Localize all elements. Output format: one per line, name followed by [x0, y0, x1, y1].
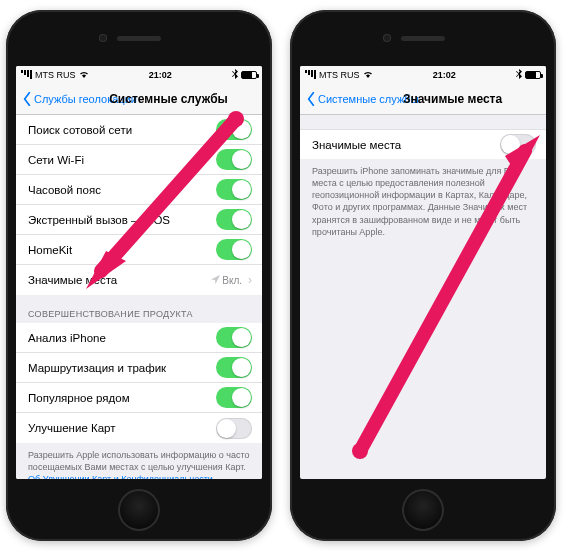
row-routing-traffic[interactable]: Маршрутизация и трафик [16, 353, 262, 383]
carrier-label: MTS RUS [319, 70, 360, 80]
wifi-icon [79, 70, 89, 80]
front-camera [99, 34, 107, 42]
row-homekit[interactable]: HomeKit [16, 235, 262, 265]
speaker-slot [401, 36, 445, 41]
clock-label: 21:02 [149, 70, 172, 80]
signal-icon [305, 70, 316, 79]
svg-point-5 [352, 443, 368, 459]
nav-title: Значимые места [403, 92, 502, 106]
toggle-switch[interactable] [216, 149, 252, 170]
bluetooth-icon [232, 69, 238, 81]
row-label: Популярное рядом [28, 392, 216, 404]
row-wifi-networks[interactable]: Сети Wi-Fi [16, 145, 262, 175]
nav-bar: Системные службы Значимые места [300, 83, 546, 115]
row-emergency-sos[interactable]: Экстренный вызов — SOS [16, 205, 262, 235]
toggle-switch[interactable] [216, 418, 252, 439]
list-group: Значимые места [300, 129, 546, 159]
row-label: Сети Wi-Fi [28, 154, 216, 166]
phone-frame-left: MTS RUS 21:02 Службы геолокации Системны… [6, 10, 272, 541]
footer-note: Разрешить iPhone запоминать значимые для… [300, 159, 546, 246]
home-button[interactable] [402, 489, 444, 531]
row-label: Маршрутизация и трафик [28, 362, 216, 374]
chevron-left-icon [22, 92, 32, 106]
back-button[interactable]: Системные службы [306, 92, 419, 106]
screen-right: MTS RUS 21:02 Системные службы Значимые … [300, 66, 546, 479]
phone-frame-right: MTS RUS 21:02 Системные службы Значимые … [290, 10, 556, 541]
battery-icon [241, 71, 257, 79]
row-significant-locations-toggle[interactable]: Значимые места [300, 129, 546, 159]
status-bar: MTS RUS 21:02 [16, 66, 262, 83]
bluetooth-icon [516, 69, 522, 81]
list-group-2: Анализ iPhone Маршрутизация и трафик Поп… [16, 323, 262, 443]
section-header-improvement: СОВЕРШЕНСТВОВАНИЕ ПРОДУКТА [16, 295, 262, 323]
spacer [300, 115, 546, 129]
speaker-slot [117, 36, 161, 41]
front-camera [383, 34, 391, 42]
row-time-zone[interactable]: Часовой пояс [16, 175, 262, 205]
row-popular-near-me[interactable]: Популярное рядом [16, 383, 262, 413]
footer-text: Разрешить Apple использовать информацию … [28, 450, 250, 472]
row-label: Экстренный вызов — SOS [28, 214, 216, 226]
wifi-icon [363, 70, 373, 80]
toggle-switch[interactable] [216, 327, 252, 348]
row-label: Значимые места [28, 274, 211, 286]
row-label: Улучшение Карт [28, 422, 216, 434]
battery-icon [525, 71, 541, 79]
row-label: Значимые места [312, 139, 500, 151]
home-button[interactable] [118, 489, 160, 531]
nav-bar: Службы геолокации Системные службы [16, 83, 262, 115]
row-label: Анализ iPhone [28, 332, 216, 344]
footer-note: Разрешить Apple использовать информацию … [16, 443, 262, 479]
carrier-label: MTS RUS [35, 70, 76, 80]
nav-title: Системные службы [109, 92, 228, 106]
location-arrow-icon [211, 275, 220, 286]
toggle-switch[interactable] [216, 179, 252, 200]
detail-text: Вкл. [222, 275, 242, 286]
chevron-left-icon [306, 92, 316, 106]
row-significant-locations[interactable]: Значимые места Вкл. › [16, 265, 262, 295]
footer-text: Разрешить iPhone запоминать значимые для… [312, 166, 527, 237]
row-detail: Вкл. [211, 275, 242, 286]
screen-left: MTS RUS 21:02 Службы геолокации Системны… [16, 66, 262, 479]
row-label: HomeKit [28, 244, 216, 256]
clock-label: 21:02 [433, 70, 456, 80]
list-group-1: Поиск сотовой сети Сети Wi-Fi Часовой по… [16, 115, 262, 295]
row-improve-maps[interactable]: Улучшение Карт [16, 413, 262, 443]
toggle-switch[interactable] [216, 357, 252, 378]
row-label: Поиск сотовой сети [28, 124, 216, 136]
toggle-switch[interactable] [216, 387, 252, 408]
toggle-switch[interactable] [216, 119, 252, 140]
toggle-switch[interactable] [216, 209, 252, 230]
row-iphone-analytics[interactable]: Анализ iPhone [16, 323, 262, 353]
toggle-switch[interactable] [500, 134, 536, 155]
signal-icon [21, 70, 32, 79]
toggle-switch[interactable] [216, 239, 252, 260]
status-bar: MTS RUS 21:02 [300, 66, 546, 83]
chevron-right-icon: › [248, 273, 252, 287]
row-label: Часовой пояс [28, 184, 216, 196]
row-cell-search[interactable]: Поиск сотовой сети [16, 115, 262, 145]
footer-link[interactable]: Об Улучшении Карт и Конфиденциальности… [28, 474, 222, 479]
